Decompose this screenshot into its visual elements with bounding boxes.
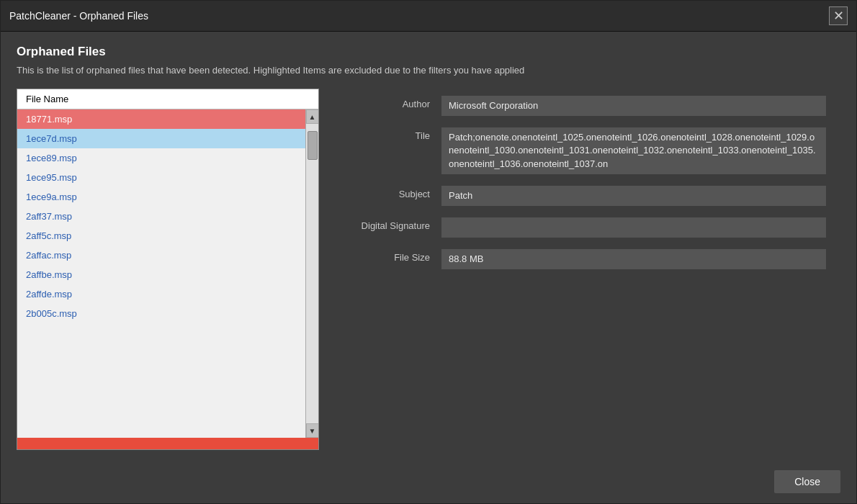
- scroll-up-button[interactable]: ▲: [306, 109, 319, 124]
- dialog: PatchCleaner - Orphaned Files ✕ Orphaned…: [0, 0, 857, 504]
- author-row: Author Microsoft Corporation: [333, 96, 826, 116]
- list-item[interactable]: 18771.msp: [17, 109, 305, 129]
- page-description: This is the list of orphaned files that …: [17, 65, 840, 76]
- title-bar: PatchCleaner - Orphaned Files ✕: [1, 1, 856, 32]
- subject-row: Subject Patch: [333, 186, 826, 206]
- main-panel: File Name 18771.msp 1ece7d.msp 1ece89.ms…: [17, 89, 840, 450]
- file-list: 18771.msp 1ece7d.msp 1ece89.msp 1ece95.m…: [17, 109, 305, 438]
- author-value: Microsoft Corporation: [441, 96, 826, 116]
- scroll-thumb[interactable]: [308, 131, 318, 160]
- dialog-title: PatchCleaner - Orphaned Files: [9, 10, 148, 22]
- list-item[interactable]: 2aff37.msp: [17, 207, 305, 226]
- digital-signature-row: Digital Signature: [333, 217, 826, 238]
- list-item[interactable]: 2affbe.msp: [17, 265, 305, 284]
- list-item[interactable]: 1ece89.msp: [17, 148, 305, 168]
- list-item[interactable]: 2aff5c.msp: [17, 226, 305, 246]
- list-item[interactable]: 2affac.msp: [17, 246, 305, 265]
- scroll-down-button[interactable]: ▼: [306, 423, 319, 438]
- horizontal-scrollbar[interactable]: [17, 438, 318, 449]
- digital-signature-value: [441, 217, 826, 238]
- file-size-value: 88.8 MB: [441, 249, 826, 269]
- tile-label: Tile: [333, 127, 441, 141]
- list-item[interactable]: 2affde.msp: [17, 284, 305, 304]
- list-item[interactable]: 1ece9a.msp: [17, 187, 305, 207]
- file-list-header: File Name: [17, 89, 318, 109]
- list-item[interactable]: 1ece7d.msp: [17, 129, 305, 148]
- details-panel: Author Microsoft Corporation Tile Patch;…: [319, 89, 840, 450]
- page-heading: Orphaned Files: [17, 45, 840, 59]
- close-button[interactable]: Close: [774, 470, 840, 493]
- file-size-label: File Size: [333, 249, 441, 263]
- window-close-button[interactable]: ✕: [829, 6, 848, 25]
- subject-value: Patch: [441, 186, 826, 206]
- digital-signature-label: Digital Signature: [333, 217, 441, 231]
- dialog-footer: Close: [1, 463, 856, 503]
- author-label: Author: [333, 96, 441, 109]
- file-list-scroll: 18771.msp 1ece7d.msp 1ece89.msp 1ece95.m…: [17, 109, 318, 438]
- tile-row: Tile Patch;onenote.onenoteintl_1025.onen…: [333, 127, 826, 174]
- content-area: Orphaned Files This is the list of orpha…: [1, 32, 856, 463]
- file-size-row: File Size 88.8 MB: [333, 249, 826, 269]
- tile-value: Patch;onenote.onenoteintl_1025.onenotein…: [441, 127, 826, 174]
- file-list-container: File Name 18771.msp 1ece7d.msp 1ece89.ms…: [17, 89, 319, 450]
- list-item[interactable]: 2b005c.msp: [17, 304, 305, 323]
- scroll-track: [306, 124, 318, 423]
- subject-label: Subject: [333, 186, 441, 199]
- list-item[interactable]: 1ece95.msp: [17, 168, 305, 187]
- vertical-scrollbar[interactable]: ▲ ▼: [305, 109, 318, 438]
